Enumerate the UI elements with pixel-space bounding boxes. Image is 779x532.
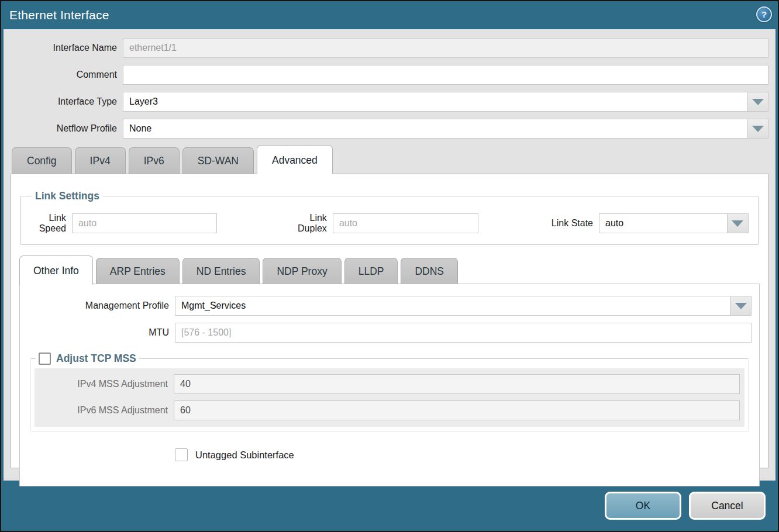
- adjust-tcp-mss-checkbox[interactable]: [39, 353, 51, 365]
- dialog-footer: OK Cancel: [1, 481, 778, 531]
- link-state-label: Link State: [551, 218, 599, 229]
- ok-button[interactable]: OK: [605, 492, 681, 520]
- main-tabstrip: Config IPv4 IPv6 SD-WAN Advanced: [11, 145, 768, 174]
- subtab-arp-entries[interactable]: ARP Entries: [96, 258, 180, 284]
- interface-type-dropdown[interactable]: Layer3: [123, 92, 768, 112]
- comment-row: Comment: [11, 65, 768, 85]
- dialog-titlebar: Ethernet Interface ?: [1, 1, 778, 29]
- interface-type-dropdown-button[interactable]: [747, 92, 768, 111]
- link-settings-legend: Link Settings: [32, 190, 103, 202]
- ipv4-mss-row: IPv4 MSS Adjustment: [35, 374, 740, 394]
- netflow-profile-row: Netflow Profile None: [11, 119, 768, 139]
- interface-name-row: Interface Name: [11, 38, 768, 58]
- chevron-down-icon: [732, 220, 743, 227]
- ipv6-mss-field: [174, 400, 740, 420]
- interface-type-row: Interface Type Layer3: [11, 92, 768, 112]
- link-state-group: Link State auto: [551, 213, 749, 233]
- untagged-subinterface-row: Untagged Subinterface: [175, 448, 752, 461]
- chevron-down-icon: [735, 303, 747, 309]
- other-info-tabstrip: Other Info ARP Entries ND Entries NDP Pr…: [19, 255, 760, 284]
- link-speed-group: Link Speed: [30, 213, 217, 234]
- netflow-profile-label: Netflow Profile: [11, 123, 123, 134]
- adjust-tcp-mss-fieldset: Adjust TCP MSS IPv4 MSS Adjustment IPv6 …: [30, 353, 749, 432]
- other-info-panel: Management Profile Mgmt_Services MTU: [19, 284, 760, 486]
- ipv4-mss-label: IPv4 MSS Adjustment: [35, 379, 174, 389]
- management-profile-row: Management Profile Mgmt_Services: [20, 296, 752, 316]
- management-profile-value: Mgmt_Services: [175, 296, 730, 315]
- untagged-subinterface-label: Untagged Subinterface: [195, 450, 294, 461]
- management-profile-dropdown-button[interactable]: [730, 296, 751, 315]
- link-duplex-field[interactable]: [333, 213, 478, 233]
- link-speed-label: Link Speed: [30, 213, 72, 234]
- tab-ipv6[interactable]: IPv6: [129, 147, 180, 174]
- ipv6-mss-row: IPv6 MSS Adjustment: [35, 400, 740, 420]
- chevron-down-icon: [752, 99, 764, 105]
- ipv4-mss-field: [174, 374, 740, 394]
- subtab-lldp[interactable]: LLDP: [344, 258, 398, 284]
- chevron-down-icon: [752, 126, 764, 132]
- link-state-value: auto: [599, 214, 727, 233]
- interface-name-label: Interface Name: [11, 43, 123, 53]
- link-speed-field[interactable]: [72, 213, 217, 233]
- adjust-tcp-mss-label: Adjust TCP MSS: [56, 353, 136, 365]
- link-state-dropdown-button[interactable]: [727, 214, 748, 233]
- interface-name-field: [123, 38, 768, 58]
- help-icon[interactable]: ?: [756, 6, 772, 22]
- subtab-nd-entries[interactable]: ND Entries: [182, 258, 260, 284]
- link-settings-row: Link Speed Link Duplex Link State auto: [30, 213, 749, 234]
- tab-advanced[interactable]: Advanced: [257, 145, 333, 174]
- netflow-profile-dropdown-button[interactable]: [747, 119, 768, 138]
- interface-type-value: Layer3: [123, 92, 747, 111]
- mtu-field[interactable]: [175, 323, 752, 343]
- management-profile-dropdown[interactable]: Mgmt_Services: [175, 296, 752, 316]
- untagged-subinterface-checkbox[interactable]: [175, 448, 188, 461]
- ipv6-mss-label: IPv6 MSS Adjustment: [35, 405, 174, 416]
- subtab-other-info[interactable]: Other Info: [19, 255, 93, 285]
- mtu-row: MTU: [20, 323, 752, 343]
- mss-disabled-group: IPv4 MSS Adjustment IPv6 MSS Adjustment: [35, 368, 744, 427]
- management-profile-label: Management Profile: [20, 300, 175, 311]
- tab-config[interactable]: Config: [12, 147, 72, 174]
- link-duplex-label: Link Duplex: [290, 213, 333, 234]
- tab-sdwan[interactable]: SD-WAN: [182, 147, 254, 174]
- dialog-body-frame: Interface Name Comment Interface Type La…: [1, 29, 778, 481]
- ethernet-interface-dialog: Ethernet Interface ? Interface Name Comm…: [0, 0, 779, 532]
- subtab-ddns[interactable]: DDNS: [401, 258, 458, 284]
- adjust-tcp-mss-legend: Adjust TCP MSS: [36, 353, 139, 365]
- cancel-button[interactable]: Cancel: [689, 492, 766, 520]
- mtu-label: MTU: [20, 327, 175, 338]
- netflow-profile-dropdown[interactable]: None: [123, 119, 768, 139]
- link-state-dropdown[interactable]: auto: [599, 213, 749, 233]
- interface-type-label: Interface Type: [11, 96, 123, 107]
- subtab-ndp-proxy[interactable]: NDP Proxy: [263, 258, 341, 284]
- tab-ipv4[interactable]: IPv4: [75, 147, 126, 174]
- comment-field[interactable]: [123, 65, 768, 85]
- dialog-title: Ethernet Interface: [9, 8, 109, 22]
- comment-label: Comment: [11, 70, 123, 80]
- advanced-tab-panel: Link Settings Link Speed Link Duplex Lin…: [11, 174, 768, 468]
- dialog-body: Interface Name Comment Interface Type La…: [4, 29, 775, 481]
- link-duplex-group: Link Duplex: [290, 213, 479, 234]
- link-settings-fieldset: Link Settings Link Speed Link Duplex Lin…: [20, 190, 759, 245]
- netflow-profile-value: None: [123, 119, 747, 138]
